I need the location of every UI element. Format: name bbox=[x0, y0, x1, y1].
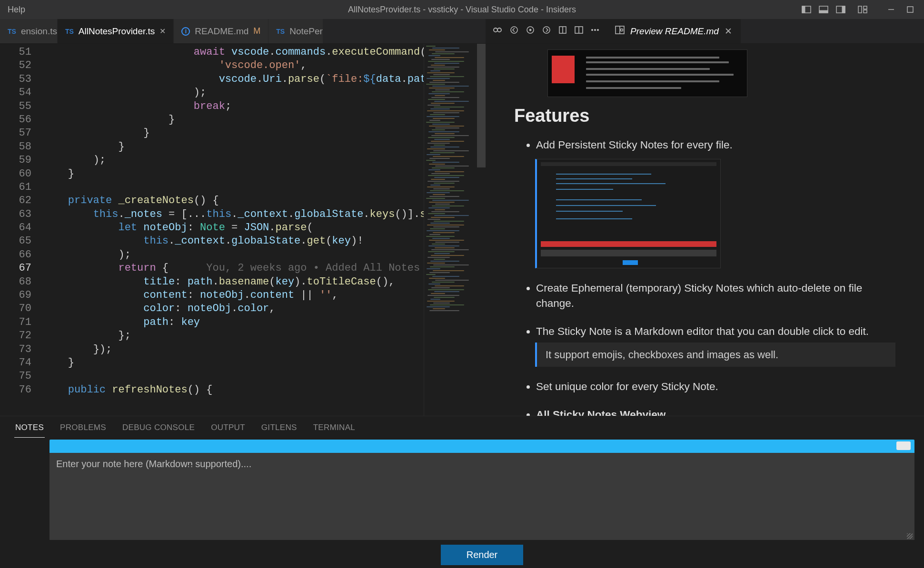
code-line[interactable]: this._context.globalState.get(key)! bbox=[43, 235, 424, 248]
tab-readme-md[interactable]: iREADME.mdM bbox=[174, 19, 268, 43]
code-line[interactable]: vscode.Uri.parse(`file:${data.path}`) bbox=[43, 73, 424, 86]
code-line[interactable]: ); bbox=[43, 86, 424, 99]
svg-rect-7 bbox=[864, 6, 867, 9]
more-actions-icon[interactable] bbox=[590, 25, 600, 37]
line-number: 66 bbox=[6, 248, 43, 262]
editor-tabs-row: TSension.tsTSAllNotesProvider.ts✕iREADME… bbox=[0, 19, 924, 44]
panel-tab-debug-console[interactable]: DEBUG CONSOLE bbox=[121, 420, 196, 438]
code-line[interactable]: await vscode.commands.executeCommand( bbox=[43, 46, 424, 59]
code-line[interactable]: path: key bbox=[43, 316, 424, 329]
line-number: 59 bbox=[6, 154, 43, 167]
menu-help[interactable]: Help bbox=[0, 5, 33, 15]
tab-label: ension.ts bbox=[21, 26, 57, 37]
window-minimize-icon[interactable] bbox=[883, 3, 899, 16]
line-number: 73 bbox=[6, 343, 43, 356]
tab-noteper[interactable]: TSNotePer bbox=[268, 19, 323, 43]
code-line[interactable]: break; bbox=[43, 100, 424, 113]
line-number: 55 bbox=[6, 100, 43, 113]
line-number: 71 bbox=[6, 316, 43, 329]
minimap[interactable] bbox=[424, 44, 486, 416]
layout-panel-bottom-icon[interactable] bbox=[815, 3, 832, 16]
layout-sidebar-left-icon[interactable] bbox=[798, 3, 815, 16]
code-line[interactable] bbox=[43, 370, 424, 383]
code-line[interactable]: ); bbox=[43, 154, 424, 167]
code-line[interactable]: private _createNotes() { bbox=[43, 194, 424, 207]
title-bar: Help AllNotesProvider.ts - vssticky - Vi… bbox=[0, 0, 924, 19]
bottom-panel: NOTESPROBLEMSDEBUG CONSOLEOUTPUTGITLENST… bbox=[0, 416, 924, 568]
note-color-bar[interactable] bbox=[50, 440, 914, 453]
split-editor-icon[interactable] bbox=[574, 25, 584, 37]
code-line[interactable]: } bbox=[43, 167, 424, 181]
tab-allnotesprovider-ts[interactable]: TSAllNotesProvider.ts✕ bbox=[58, 19, 174, 43]
code-line[interactable]: } bbox=[43, 356, 424, 370]
tab-preview-readme[interactable]: Preview README.md ✕ bbox=[606, 19, 741, 43]
code-line[interactable]: this._notes = [...this._context.globalSt… bbox=[43, 208, 424, 221]
panel-tab-problems[interactable]: PROBLEMS bbox=[59, 420, 107, 438]
resize-handle[interactable] bbox=[50, 535, 914, 540]
svg-rect-6 bbox=[858, 6, 862, 13]
panel-tab-output[interactable]: OUTPUT bbox=[210, 420, 246, 438]
svg-rect-1 bbox=[802, 6, 805, 13]
nav-current-icon[interactable] bbox=[526, 25, 535, 37]
svg-point-16 bbox=[543, 27, 550, 33]
line-number: 70 bbox=[6, 302, 43, 315]
svg-rect-3 bbox=[819, 10, 828, 13]
code-editor[interactable]: 5152535455565758596061626364656667686970… bbox=[0, 44, 486, 416]
code-content[interactable]: await vscode.commands.executeCommand( 'v… bbox=[43, 44, 424, 416]
line-number: 54 bbox=[6, 86, 43, 99]
markdown-preview[interactable]: Features Add Persistent Sticky Notes for… bbox=[486, 44, 924, 416]
close-icon[interactable]: ✕ bbox=[725, 26, 732, 37]
svg-point-26 bbox=[621, 29, 623, 31]
panel-tab-gitlens[interactable]: GITLENS bbox=[260, 420, 298, 438]
line-number: 53 bbox=[6, 73, 43, 86]
tab-ension-ts[interactable]: TSension.ts bbox=[0, 19, 58, 43]
layout-sidebar-right-icon[interactable] bbox=[833, 3, 849, 16]
code-line[interactable]: }; bbox=[43, 329, 424, 343]
list-item-text: The Sticky Note is a Markdown editor tha… bbox=[536, 325, 869, 337]
line-number: 72 bbox=[6, 329, 43, 343]
code-line[interactable]: color: noteObj.color, bbox=[43, 302, 424, 315]
glyph-margin bbox=[0, 44, 6, 416]
panel-tab-notes[interactable]: NOTES bbox=[14, 420, 45, 438]
line-number: 63 bbox=[6, 208, 43, 221]
note-input[interactable] bbox=[50, 453, 914, 535]
list-item: Set unique color for every Sticky Note. bbox=[536, 379, 895, 395]
list-item: The Sticky Note is a Markdown editor tha… bbox=[536, 324, 895, 367]
code-line[interactable]: ); bbox=[43, 248, 424, 262]
nav-forward-icon[interactable] bbox=[542, 25, 551, 37]
code-line[interactable]: return { You, 2 weeks ago • Added All No… bbox=[43, 262, 424, 275]
render-button[interactable]: Render bbox=[441, 545, 524, 565]
feature-list: Add Persistent Sticky Notes for every fi… bbox=[514, 137, 895, 416]
code-line[interactable]: public refreshNotes() { bbox=[43, 383, 424, 397]
line-number: 57 bbox=[6, 127, 43, 140]
modified-indicator: M bbox=[253, 26, 260, 36]
panel-tab-terminal[interactable]: TERMINAL bbox=[312, 420, 356, 438]
minimap-scroll-thumb[interactable] bbox=[477, 44, 486, 167]
main-split: 5152535455565758596061626364656667686970… bbox=[0, 44, 924, 416]
code-line[interactable] bbox=[43, 181, 424, 194]
code-line[interactable]: } bbox=[43, 140, 424, 154]
code-line[interactable]: title: path.basename(key).toTitleCase(), bbox=[43, 275, 424, 289]
close-icon[interactable]: ✕ bbox=[159, 27, 166, 36]
code-line[interactable]: let noteObj: Note = JSON.parse( bbox=[43, 221, 424, 235]
line-number: 69 bbox=[6, 289, 43, 302]
customize-layout-icon[interactable] bbox=[854, 3, 871, 16]
code-line[interactable]: 'vscode.open', bbox=[43, 59, 424, 72]
notes-panel: Render bbox=[0, 438, 924, 568]
line-number: 74 bbox=[6, 356, 43, 370]
code-line[interactable]: }); bbox=[43, 343, 424, 356]
line-number: 67 bbox=[6, 262, 43, 275]
color-swatch-button[interactable] bbox=[896, 441, 911, 450]
diff-icon[interactable] bbox=[558, 25, 567, 37]
code-line[interactable]: } bbox=[43, 127, 424, 140]
copilot-icon[interactable] bbox=[492, 25, 503, 38]
nav-back-icon[interactable] bbox=[509, 25, 519, 37]
code-line[interactable]: content: noteObj.content || '', bbox=[43, 289, 424, 302]
line-number: 75 bbox=[6, 370, 43, 383]
code-line[interactable]: } bbox=[43, 113, 424, 127]
window-maximize-icon[interactable] bbox=[902, 3, 918, 16]
preview-image-placeholder bbox=[547, 49, 747, 97]
svg-point-23 bbox=[597, 29, 598, 30]
text-cursor-icon bbox=[185, 464, 195, 478]
svg-point-12 bbox=[497, 28, 501, 32]
